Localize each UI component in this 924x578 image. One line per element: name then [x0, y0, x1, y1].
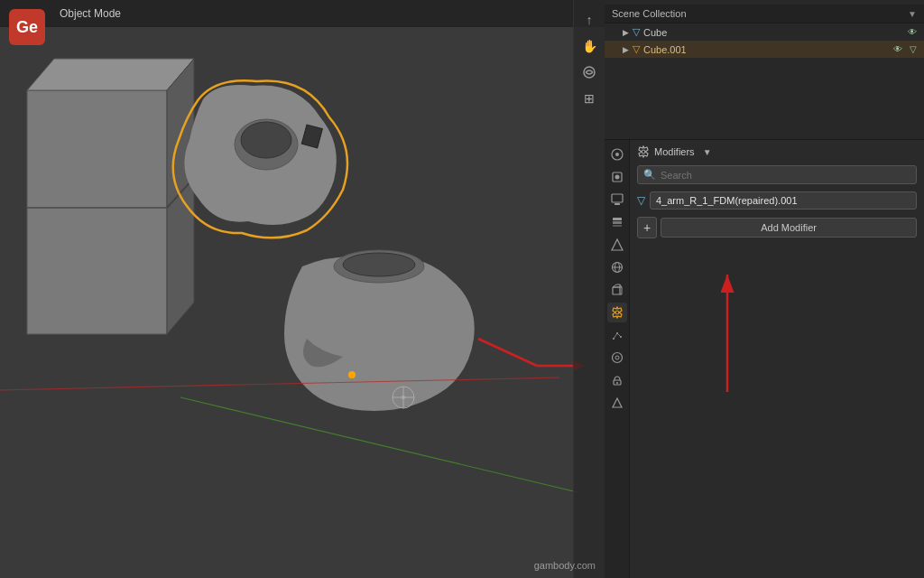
render-icon[interactable] [607, 167, 627, 187]
svg-marker-50 [613, 398, 622, 407]
svg-line-45 [617, 333, 621, 337]
viewport-scene [0, 0, 605, 578]
object-icon[interactable] [607, 280, 627, 300]
svg-rect-0 [27, 90, 167, 334]
svg-marker-35 [613, 284, 620, 287]
sidebar-icons [605, 140, 630, 578]
cube-item[interactable]: ▶ ▽ Cube 👁 [605, 23, 924, 41]
watermark: gambody.com [534, 560, 596, 571]
search-icon: 🔍 [643, 169, 656, 181]
output-icon[interactable] [607, 190, 627, 210]
search-bar[interactable]: 🔍 [637, 165, 917, 184]
ge-logo: Ge [9, 9, 45, 45]
svg-line-19 [478, 339, 537, 366]
svg-line-15 [0, 378, 559, 390]
svg-point-47 [615, 356, 619, 359]
properties-section: Modifiers ▼ 🔍 ▽ 4_arm_R_1_FDM(repaired).… [605, 140, 924, 578]
object-name-field[interactable]: 4_arm_R_1_FDM(repaired).001 [650, 191, 917, 210]
cube001-mesh-icon: ▽ [633, 43, 640, 55]
svg-line-44 [614, 333, 617, 339]
viewport-toolbar: ↑ ✋ ⊞ [573, 0, 605, 578]
svg-point-14 [348, 371, 356, 378]
right-panel: Scene Collection ▼ ▶ ▽ Cube 👁 ▶ ▽ Cube.0… [605, 0, 924, 578]
svg-line-16 [180, 397, 578, 492]
outline-title: Scene Collection [612, 8, 908, 19]
cube001-item[interactable]: ▶ ▽ Cube.001 👁 ▽ [605, 41, 924, 58]
world-icon[interactable] [607, 257, 627, 277]
properties-content: Modifiers ▼ 🔍 ▽ 4_arm_R_1_FDM(repaired).… [630, 140, 924, 578]
tool-cursor[interactable]: ↑ [578, 9, 600, 31]
outline-filter-icon[interactable]: ▼ [908, 9, 917, 19]
viewport[interactable]: Object Mode Ge [0, 0, 605, 578]
cube001-tri-icon: ▶ [623, 45, 629, 54]
cube-visible-icon[interactable]: 👁 [908, 27, 917, 37]
properties-title: Modifiers [654, 146, 695, 157]
svg-point-24 [614, 175, 619, 180]
cube001-visible-icon[interactable]: 👁 [893, 44, 902, 54]
svg-point-22 [615, 153, 619, 156]
svg-rect-26 [614, 203, 620, 205]
svg-point-6 [241, 122, 291, 158]
prop-header-icon [637, 145, 650, 158]
add-modifier-row: + Add Modifier [637, 217, 917, 238]
svg-point-13 [402, 396, 405, 399]
outline-section: Scene Collection ▼ ▶ ▽ Cube 👁 ▶ ▽ Cube.0… [605, 0, 924, 140]
modifier-icon[interactable] [607, 303, 627, 322]
cube001-filter-icon[interactable]: ▽ [910, 44, 917, 54]
physics-icon[interactable] [607, 348, 627, 368]
scene-properties-icon[interactable] [607, 235, 627, 255]
svg-point-46 [612, 353, 622, 363]
tool-hand[interactable]: ✋ [578, 35, 600, 57]
annotation-area [637, 247, 917, 428]
svg-point-9 [343, 253, 415, 276]
cube-tri-icon: ▶ [623, 28, 629, 37]
svg-point-49 [616, 382, 618, 384]
cube001-label: Cube.001 [643, 44, 687, 55]
data-icon[interactable] [607, 393, 627, 413]
scene-icon[interactable] [607, 144, 627, 164]
search-input[interactable] [661, 170, 910, 181]
cube-label: Cube [643, 27, 667, 38]
particles-icon[interactable] [607, 325, 627, 345]
svg-rect-25 [612, 194, 623, 202]
tool-grid[interactable]: ⊞ [578, 88, 600, 109]
cube-mesh-icon: ▽ [633, 26, 640, 38]
properties-dropdown-icon[interactable]: ▼ [703, 147, 712, 157]
svg-marker-30 [612, 239, 623, 250]
svg-rect-29 [613, 225, 622, 227]
constraints-icon[interactable] [607, 370, 627, 390]
svg-rect-34 [613, 287, 620, 294]
main-container: Object Mode Ge [0, 0, 924, 578]
svg-rect-27 [613, 218, 622, 220]
tool-orbit[interactable] [578, 61, 600, 83]
svg-marker-1 [27, 59, 194, 90]
svg-point-20 [584, 67, 595, 78]
add-button[interactable]: + [637, 217, 657, 238]
view-layer-icon[interactable] [607, 212, 627, 232]
add-modifier-button[interactable]: Add Modifier [661, 218, 917, 238]
object-name-row: ▽ 4_arm_R_1_FDM(repaired).001 [637, 191, 917, 210]
panel-arrow-annotation [637, 247, 818, 410]
properties-header: Modifiers ▼ [637, 145, 917, 158]
object-cube-icon: ▽ [637, 194, 645, 207]
svg-rect-28 [613, 221, 622, 224]
